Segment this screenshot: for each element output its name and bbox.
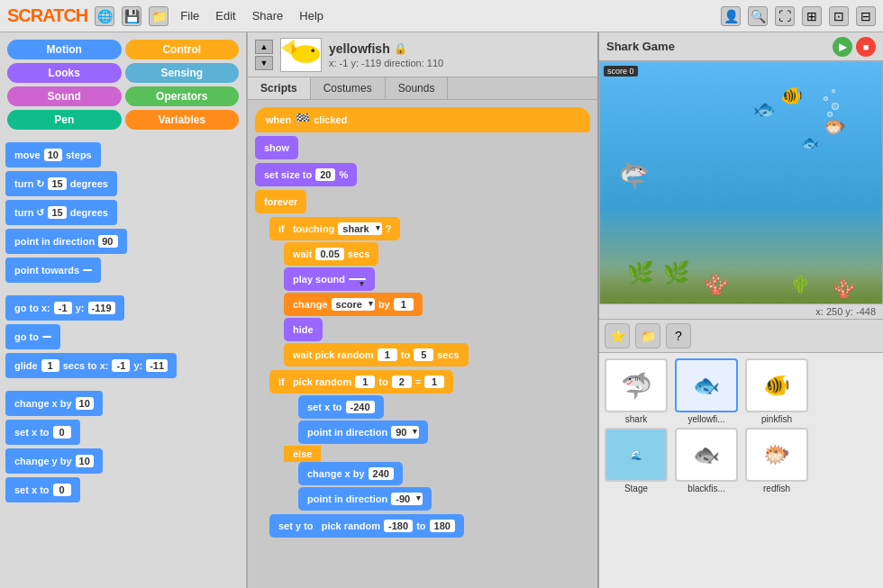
layout-icon[interactable]: ⊞ bbox=[802, 6, 822, 26]
block-sety-random: set y to pick random -180 to 180 bbox=[269, 514, 590, 539]
sprite-item-redfish[interactable]: 🐡 redfish bbox=[745, 428, 808, 493]
stage-controls: ▶ ■ bbox=[833, 37, 876, 57]
sprite-coords: x: -1 y: -119 direction: 110 bbox=[329, 58, 590, 68]
block-turn-cw[interactable]: turn ↻ 15 degrees bbox=[5, 171, 117, 196]
lock-icon: 🔒 bbox=[394, 42, 407, 55]
right-panel: Shark Game ▶ ■ score 0 🐟 🐠 🐡 🐟 🦈 bbox=[599, 32, 883, 588]
block-set-x2[interactable]: set x to 0 bbox=[5, 477, 80, 502]
sprite-name: yellowfish bbox=[329, 41, 390, 56]
block-point-towards[interactable]: point towards bbox=[5, 258, 101, 283]
deco-fish1: 🐟 bbox=[753, 98, 776, 120]
block-point-direction[interactable]: point in direction 90 bbox=[5, 229, 127, 254]
block-if-touching[interactable]: if touching shark ? bbox=[269, 217, 400, 240]
shark-icon: 🦈 bbox=[621, 371, 652, 401]
block-goto-xy[interactable]: go to x: -1 y: -119 bbox=[5, 295, 124, 321]
tray-folder-icon[interactable]: 📁 bbox=[635, 323, 660, 348]
block-ifrandom[interactable]: if pick random 1 to 2 = 1 bbox=[269, 370, 453, 394]
block-goto[interactable]: go to bbox=[5, 324, 60, 349]
block-waitrandom[interactable]: wait pick random 1 to 5 secs bbox=[284, 343, 469, 366]
cat-looks[interactable]: Looks bbox=[7, 63, 122, 83]
script-tabs: Scripts Costumes Sounds bbox=[248, 77, 597, 100]
stage-thumb-box: 🌊 bbox=[605, 428, 668, 482]
block-when-flag-clicked[interactable]: when 🏁 clicked bbox=[255, 107, 590, 132]
sprite-item-pinkfish[interactable]: 🐠 pinkfish bbox=[745, 358, 808, 424]
block-change-score: change score by 1 bbox=[284, 293, 590, 316]
block-set-size[interactable]: set size to 20 % bbox=[255, 163, 357, 186]
sprite-nav-up[interactable]: ▲ bbox=[255, 40, 273, 54]
stage-label: Stage bbox=[605, 484, 668, 493]
blackfish-icon: 🐟 bbox=[693, 442, 720, 467]
sprite-item-yellowfish[interactable]: 🐟 yellowfi... bbox=[675, 358, 738, 424]
cat-pen[interactable]: Pen bbox=[7, 110, 122, 130]
block-pointdirneg90[interactable]: point in direction -90 bbox=[298, 487, 432, 511]
block-playsound[interactable]: play sound bbox=[284, 267, 375, 291]
folder-icon[interactable]: 📁 bbox=[149, 6, 168, 26]
tray-help-icon[interactable]: ? bbox=[666, 323, 691, 348]
deco-fish3: 🐡 bbox=[824, 116, 846, 138]
sprite-nav: ▲ ▼ bbox=[255, 40, 273, 70]
sprite-name-row: yellowfish 🔒 bbox=[329, 41, 590, 56]
sprite-thumbnail bbox=[280, 38, 322, 72]
left-panel: Motion Control Looks Sensing Sound Opera… bbox=[0, 32, 248, 588]
block-changescore[interactable]: change score by 1 bbox=[284, 293, 423, 316]
block-hideblock[interactable]: hide bbox=[284, 318, 323, 341]
expand-icon[interactable]: ⊟ bbox=[856, 6, 876, 26]
block-pointdir90[interactable]: point in direction 90 bbox=[298, 421, 428, 444]
block-changex2[interactable]: change x by 240 bbox=[298, 462, 403, 485]
cat-operators[interactable]: Operators bbox=[125, 86, 240, 106]
sprite-item-blackfish[interactable]: 🐟 blackfis... bbox=[675, 428, 738, 493]
script-stack: when 🏁 clicked show set size to 20 % for… bbox=[255, 107, 590, 539]
tab-sounds[interactable]: Sounds bbox=[386, 77, 449, 99]
block-forever[interactable]: forever bbox=[255, 190, 306, 213]
bubble3 bbox=[824, 96, 828, 101]
sprite-item-stage[interactable]: 🌊 Stage bbox=[605, 428, 668, 493]
stop-button[interactable]: ■ bbox=[856, 37, 876, 57]
block-dir90: point in direction 90 bbox=[298, 421, 590, 444]
sprite-item-shark[interactable]: 🦈 shark bbox=[605, 358, 668, 424]
block-change-x[interactable]: change x by 10 bbox=[5, 391, 103, 416]
sprite-nav-down[interactable]: ▼ bbox=[255, 56, 273, 70]
coral1: 🪸 bbox=[704, 273, 728, 296]
cat-variables[interactable]: Variables bbox=[125, 110, 240, 130]
user-icon[interactable]: 👤 bbox=[721, 6, 741, 26]
if-touching-block: if touching shark ? wait 0.05 secs play … bbox=[269, 217, 590, 368]
search-icon[interactable]: 🔍 bbox=[748, 6, 768, 26]
block-setxneg[interactable]: set x to -240 bbox=[298, 395, 384, 419]
menu-help[interactable]: Help bbox=[295, 9, 328, 23]
cat-sensing[interactable]: Sensing bbox=[125, 63, 240, 83]
block-set-x[interactable]: set x to 0 bbox=[5, 420, 80, 445]
block-move-steps[interactable]: move 10 steps bbox=[5, 142, 101, 167]
cat-control[interactable]: Control bbox=[125, 40, 240, 59]
else-label: else bbox=[284, 446, 590, 462]
svg-point-2 bbox=[311, 49, 314, 52]
menu-share[interactable]: Share bbox=[248, 9, 288, 23]
fullscreen-icon[interactable]: ⛶ bbox=[775, 6, 795, 26]
block-hide: hide bbox=[284, 318, 590, 341]
deco-fish2: 🐠 bbox=[780, 85, 803, 106]
block-turn-ccw[interactable]: turn ↺ 15 degrees bbox=[5, 200, 117, 225]
green-flag-button[interactable]: ▶ bbox=[833, 37, 852, 57]
menu-file[interactable]: File bbox=[176, 9, 204, 23]
block-setyrandom[interactable]: set y to pick random -180 to 180 bbox=[269, 514, 464, 538]
block-show[interactable]: show bbox=[255, 136, 298, 159]
save-icon[interactable]: 💾 bbox=[122, 6, 141, 26]
menu-edit[interactable]: Edit bbox=[211, 9, 240, 23]
tab-costumes[interactable]: Costumes bbox=[311, 77, 386, 99]
tab-scripts[interactable]: Scripts bbox=[248, 77, 311, 99]
cat-motion[interactable]: Motion bbox=[7, 40, 122, 59]
block-if-random-outer: if pick random 1 to 2 = 1 set x to -240 … bbox=[269, 370, 590, 512]
scripts-area[interactable]: when 🏁 clicked show set size to 20 % for… bbox=[248, 100, 597, 588]
globe-icon[interactable]: 🌐 bbox=[95, 6, 114, 26]
block-wait[interactable]: wait 0.05 secs bbox=[284, 242, 378, 266]
main-layout: Motion Control Looks Sensing Sound Opera… bbox=[0, 32, 883, 588]
shark-sprite: 🦈 bbox=[618, 161, 650, 191]
tray-star-icon[interactable]: ⭐ bbox=[605, 323, 630, 348]
cat-sound[interactable]: Sound bbox=[7, 86, 122, 106]
grid-icon[interactable]: ⊡ bbox=[829, 6, 849, 26]
block-change-y[interactable]: change y by 10 bbox=[5, 448, 103, 474]
else-block: else bbox=[284, 446, 321, 462]
block-glide[interactable]: glide 1 secs to x: -1 y: -11 bbox=[5, 353, 177, 378]
block-wait-secs: wait 0.05 secs bbox=[284, 242, 590, 266]
bubble4 bbox=[832, 89, 835, 93]
sprite-header: ▲ ▼ yellowfish 🔒 x: -1 y: -119 direction… bbox=[248, 32, 597, 77]
